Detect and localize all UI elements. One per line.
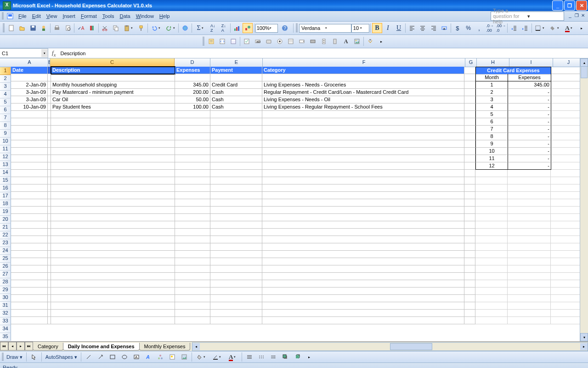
cell[interactable] [210,273,262,280]
cell[interactable] [508,317,551,324]
cell[interactable] [51,177,175,184]
increase-indent-button[interactable] [520,23,530,33]
cell[interactable] [210,236,262,243]
cell[interactable] [11,221,48,229]
cell[interactable] [475,251,508,258]
cell[interactable] [175,133,210,140]
cell[interactable] [262,118,464,126]
cell[interactable] [475,288,508,295]
save-workspace-icon[interactable] [6,12,14,20]
cell[interactable]: Date [11,67,48,74]
print-button[interactable] [52,23,62,33]
cell[interactable] [551,243,580,251]
cell[interactable]: Cash [210,104,262,111]
cell[interactable] [551,67,580,74]
cell[interactable] [551,199,580,207]
menu-tools[interactable]: Tools [100,12,117,20]
cell[interactable] [262,295,464,302]
fx-icon[interactable]: fx [52,49,56,58]
cell[interactable] [508,280,551,288]
row-header-21[interactable]: 21 [0,224,11,231]
cell[interactable] [210,295,262,302]
cell[interactable]: Car Oil [51,96,175,104]
cell[interactable] [11,192,48,199]
cell[interactable] [475,214,508,221]
cell[interactable]: 3-Jan-09 [11,89,48,96]
cell[interactable] [262,265,464,273]
underline-button[interactable]: U [394,23,404,33]
cell[interactable] [464,192,475,199]
scroll-up-button[interactable]: ▴ [580,58,588,67]
cell[interactable] [11,118,48,126]
scroll-thumb[interactable] [390,343,432,350]
cell[interactable] [464,184,475,192]
cell[interactable] [210,126,262,133]
row-header-31[interactable]: 31 [0,302,11,310]
cell[interactable] [464,236,475,243]
cell[interactable] [51,118,175,126]
line-button[interactable] [84,352,94,362]
tab-nav-next[interactable]: ▸ [17,342,25,351]
cell[interactable] [551,133,580,140]
cell[interactable] [508,273,551,280]
scrollbar-icon[interactable] [330,36,340,46]
cell[interactable] [262,155,464,162]
cell[interactable] [51,162,175,170]
toolbar-handle[interactable] [2,353,4,361]
cell[interactable] [262,302,464,310]
cell[interactable] [262,288,464,295]
cell[interactable] [210,221,262,229]
toolbar-handle[interactable] [296,23,298,33]
cell[interactable] [551,317,580,324]
row-header-23[interactable]: 23 [0,239,11,247]
cell[interactable] [48,111,51,118]
row-header-15[interactable]: 15 [0,177,11,184]
cell[interactable] [48,184,51,192]
cell[interactable] [175,184,210,192]
cell[interactable]: - [508,104,551,111]
cell[interactable]: Month [475,74,508,81]
toolbar-options-button[interactable]: ▸ [304,352,314,362]
row-header-12[interactable]: 12 [0,153,11,161]
cell[interactable] [51,184,175,192]
maximize-button[interactable]: ❐ [564,0,575,11]
research-button[interactable] [87,23,97,33]
cell[interactable] [464,221,475,229]
select-objects-button[interactable] [29,352,39,362]
cell[interactable] [551,118,580,126]
cell[interactable] [11,140,48,148]
cell[interactable] [48,118,51,126]
sheet-tab-category[interactable]: Category [33,343,63,351]
list-button[interactable] [206,36,216,46]
cell[interactable] [175,111,210,118]
cell[interactable] [51,295,175,302]
align-left-button[interactable] [407,23,417,33]
cell[interactable] [11,317,48,324]
cell[interactable] [262,317,464,324]
cell[interactable] [51,280,175,288]
cell[interactable] [51,192,175,199]
cell[interactable] [175,126,210,133]
cell[interactable] [551,170,580,177]
cell[interactable] [508,236,551,243]
cell[interactable] [48,67,51,74]
cell[interactable] [48,74,51,81]
menu-insert[interactable]: Insert [60,12,78,20]
font-size-dropdown[interactable]: 10▾ [351,24,369,33]
row-header-16[interactable]: 16 [0,184,11,192]
fill-color-button[interactable]: ▾ [194,352,208,362]
formula-bar[interactable]: Description [58,51,588,56]
cell[interactable] [262,236,464,243]
cell[interactable] [475,184,508,192]
cell[interactable] [508,177,551,184]
cell[interactable] [210,199,262,207]
cell[interactable] [48,140,51,148]
cell[interactable] [48,104,51,111]
cell[interactable] [475,295,508,302]
minimize-button[interactable]: _ [552,0,563,11]
cell[interactable] [48,236,51,243]
sort-desc-button[interactable]: Z↓A [219,23,229,33]
row-header-10[interactable]: 10 [0,138,11,145]
cell[interactable] [48,273,51,280]
cell[interactable] [464,118,475,126]
